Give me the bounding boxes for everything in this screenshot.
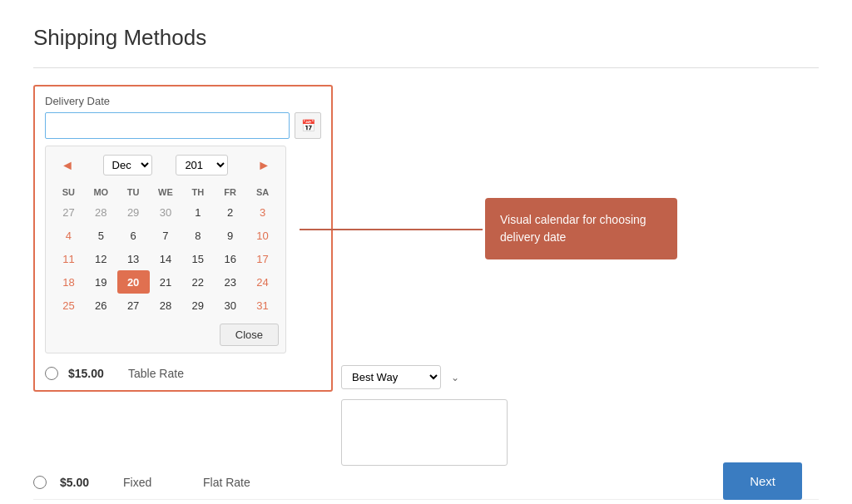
day-header-we: WE (150, 184, 182, 200)
method-table-rate: Table Rate (128, 367, 195, 380)
price-flat-rate: $5.00 (60, 476, 110, 489)
date-input[interactable] (45, 112, 290, 139)
delivery-date-label: Delivery Date (45, 95, 321, 107)
calendar-week-4: 25262728293031 (52, 294, 279, 317)
calendar-icon: 📅 (301, 119, 315, 132)
page-container: Shipping Methods Delivery Date 📅 ◄ Dec J… (0, 0, 852, 504)
day-header-su: SU (52, 184, 85, 200)
day-header-sa: SA (246, 184, 279, 200)
close-button[interactable]: Close (220, 324, 279, 346)
calendar-day-2-1[interactable]: 12 (85, 247, 117, 270)
calendar-day-0-3[interactable]: 30 (150, 200, 182, 224)
calendar-day-3-1[interactable]: 19 (85, 270, 117, 294)
calendar-day-3-4[interactable]: 22 (181, 270, 214, 294)
date-input-row: 📅 (45, 112, 321, 139)
method-dropdown[interactable]: Best Way (341, 365, 441, 389)
calendar-day-4-2[interactable]: 27 (117, 294, 150, 317)
calendar-day-0-2[interactable]: 29 (117, 200, 150, 224)
day-header-mo: MO (85, 184, 117, 200)
prev-month-button[interactable]: ◄ (56, 157, 79, 174)
day-header-th: TH (181, 184, 214, 200)
calendar-day-1-6[interactable]: 10 (246, 224, 279, 247)
carrier-flat-rate: Flat Rate (203, 476, 250, 489)
radio-table-rate[interactable] (45, 367, 58, 380)
calendar-day-2-6[interactable]: 17 (246, 247, 279, 270)
delivery-date-box: Delivery Date 📅 ◄ Dec Jan Feb Mar Apr (33, 85, 333, 392)
shipping-option-flat-rate: $5.00 Fixed Flat Rate (33, 466, 819, 500)
notes-textarea-area (341, 399, 508, 466)
calendar-week-1: 45678910 (52, 224, 279, 247)
calendar-day-3-5[interactable]: 23 (214, 270, 246, 294)
calendar-nav: ◄ Dec Jan Feb Mar Apr May Jun Jul Aug Se… (52, 153, 279, 177)
callout-connector-line (300, 229, 483, 230)
calendar-day-0-4[interactable]: 1 (181, 200, 214, 224)
calendar-day-3-3[interactable]: 21 (150, 270, 182, 294)
calendar-day-3-2[interactable]: 20 (117, 270, 150, 294)
day-header-fr: FR (214, 184, 246, 200)
calendar-day-2-5[interactable]: 16 (214, 247, 246, 270)
calendar-day-2-4[interactable]: 15 (181, 247, 214, 270)
year-select[interactable]: 201 2018 2019 (176, 155, 228, 175)
calendar-day-1-0[interactable]: 4 (52, 224, 85, 247)
page-title: Shipping Methods (33, 25, 819, 51)
callout-box: Visual calendar for choosing delivery da… (485, 198, 677, 259)
calendar-week-2: 11121314151617 (52, 247, 279, 270)
calendar-week-3: 18192021222324 (52, 270, 279, 294)
calendar-day-4-6[interactable]: 31 (246, 294, 279, 317)
calendar-icon-button[interactable]: 📅 (295, 112, 321, 139)
calendar-day-1-3[interactable]: 7 (150, 224, 182, 247)
calendar-day-0-6[interactable]: 3 (246, 200, 279, 224)
calendar-day-4-5[interactable]: 30 (214, 294, 246, 317)
calendar-day-2-0[interactable]: 11 (52, 247, 85, 270)
day-header-tu: TU (117, 184, 150, 200)
calendar-day-3-0[interactable]: 18 (52, 270, 85, 294)
radio-flat-rate[interactable] (33, 476, 47, 489)
calendar-day-1-2[interactable]: 6 (117, 224, 150, 247)
close-row: Close (52, 324, 279, 346)
dropdown-chevron-icon: ⌄ (451, 372, 459, 383)
top-divider (33, 67, 819, 68)
next-button[interactable]: Next (723, 462, 802, 500)
calendar-day-4-4[interactable]: 29 (181, 294, 214, 317)
calendar-week-0: 27282930123 (52, 200, 279, 224)
price-table-rate: $15.00 (68, 367, 118, 380)
calendar-day-0-1[interactable]: 28 (85, 200, 117, 224)
callout-text: Visual calendar for choosing delivery da… (500, 213, 646, 244)
dropdown-row: Best Way ⌄ (341, 358, 819, 396)
calendar-day-1-4[interactable]: 8 (181, 224, 214, 247)
calendar-day-0-0[interactable]: 27 (52, 200, 85, 224)
calendar-day-4-3[interactable]: 28 (150, 294, 182, 317)
calendar-day-2-2[interactable]: 13 (117, 247, 150, 270)
calendar-day-4-1[interactable]: 26 (85, 294, 117, 317)
calendar-day-2-3[interactable]: 14 (150, 247, 182, 270)
calendar-popup: ◄ Dec Jan Feb Mar Apr May Jun Jul Aug Se… (45, 146, 286, 353)
shipping-section: Delivery Date 📅 ◄ Dec Jan Feb Mar Apr (33, 85, 819, 500)
month-select[interactable]: Dec Jan Feb Mar Apr May Jun Jul Aug Sep … (103, 155, 152, 175)
next-month-button[interactable]: ► (252, 157, 275, 174)
calendar-day-0-5[interactable]: 2 (214, 200, 246, 224)
calendar-day-1-5[interactable]: 9 (214, 224, 246, 247)
calendar-day-4-0[interactable]: 25 (52, 294, 85, 317)
calendar-day-1-1[interactable]: 5 (85, 224, 117, 247)
method-flat-rate: Fixed (123, 476, 190, 489)
calendar-grid: SUMOTUWETHFRSA 2728293012345678910111213… (52, 184, 279, 317)
calendar-day-3-6[interactable]: 24 (246, 270, 279, 294)
